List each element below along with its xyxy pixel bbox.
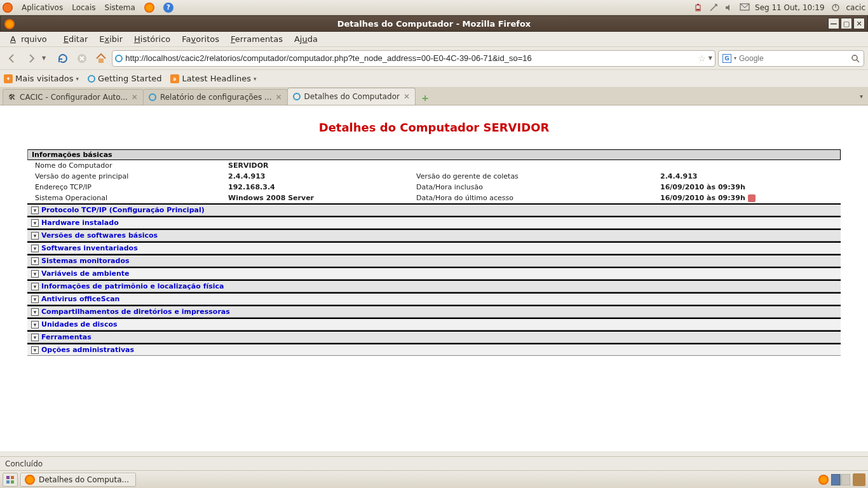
bookmark-star-icon[interactable]: ☆	[698, 53, 706, 64]
expander-row[interactable]: ▾Hardware instalado	[27, 216, 841, 229]
clock[interactable]: Seg 11 Out, 10:19	[755, 3, 824, 12]
tab-title: Detalhes do Computador	[304, 92, 400, 101]
rss-icon: ๑	[170, 74, 179, 83]
user-label[interactable]: cacic	[846, 3, 865, 12]
expander-row[interactable]: ▾Protocolo TCP/IP (Configuração Principa…	[27, 203, 841, 216]
network-icon[interactable]	[709, 3, 718, 12]
google-engine-icon[interactable]: G	[722, 54, 731, 63]
status-bar: Concluído	[0, 456, 868, 470]
workspace-switcher[interactable]	[831, 474, 850, 485]
label-endereco: Endereço TCP/IP	[27, 182, 224, 193]
tab-close-icon[interactable]: ✕	[403, 92, 410, 101]
expander-label: Variáveis de ambiente	[41, 269, 129, 278]
forward-button[interactable]	[23, 50, 39, 67]
most-visited-icon: ✦	[4, 74, 13, 83]
history-dropdown-icon[interactable]: ▼	[42, 55, 46, 61]
menu-arquivo[interactable]: Arquivo	[5, 33, 57, 45]
expander-label: Informações de patrimônio e localização …	[41, 282, 224, 290]
url-input[interactable]	[125, 53, 695, 63]
list-all-tabs-icon[interactable]: ▾	[860, 93, 863, 100]
back-button[interactable]	[4, 50, 20, 67]
tab-relatorio[interactable]: Relatório de configurações ... ✕	[143, 89, 288, 105]
url-bar[interactable]: ☆ ▼	[112, 50, 715, 67]
svg-rect-7	[98, 58, 104, 63]
tab-cacic-config[interactable]: 🛠 CACIC - Configurador Auto... ✕	[3, 89, 144, 105]
new-tab-button[interactable]: +	[417, 91, 433, 105]
ubuntu-logo-icon[interactable]	[3, 3, 13, 13]
window-minimize-button[interactable]: —	[828, 18, 839, 29]
section-basic-info: Informações básicas	[27, 149, 841, 160]
expander-row[interactable]: ▾Opções administrativas	[27, 343, 841, 356]
gnome-menu-applications[interactable]: Aplicativos	[22, 3, 63, 12]
value-data-acesso: 16/09/2010 às 09:39h	[656, 193, 841, 203]
expand-icon: ▾	[31, 295, 39, 303]
volume-icon[interactable]	[724, 3, 733, 12]
site-identity-icon[interactable]	[115, 55, 123, 62]
taskbar-firefox-button[interactable]: Detalhes do Computa...	[20, 473, 136, 487]
task-title: Detalhes do Computa...	[39, 475, 129, 484]
svg-rect-13	[11, 480, 14, 484]
expand-icon: ▾	[31, 283, 39, 290]
expand-icon: ▾	[31, 207, 39, 214]
page-heading: Detalhes do Computador SERVIDOR	[0, 121, 868, 134]
bookmark-favicon-icon	[88, 75, 95, 83]
getting-started-bookmark[interactable]: Getting Started	[88, 74, 162, 83]
tab-favicon-icon	[293, 93, 301, 100]
tab-favicon-icon: 🛠	[8, 93, 16, 102]
help-launcher-icon[interactable]: ?	[163, 3, 173, 13]
expander-row[interactable]: ▾Ferramentas	[27, 330, 841, 343]
expander-row[interactable]: ▾Informações de patrimônio e localização…	[27, 280, 841, 292]
show-desktop-button[interactable]	[3, 473, 18, 487]
menu-ferramentas[interactable]: Ferramentas	[226, 33, 288, 45]
search-input[interactable]	[739, 54, 848, 63]
expander-row[interactable]: ▾Sistemas monitorados	[27, 254, 841, 267]
menu-editar[interactable]: Editar	[58, 33, 93, 45]
expand-icon: ▾	[31, 232, 39, 240]
engine-dropdown-icon[interactable]: ▾	[734, 55, 736, 61]
value-data-inclusao: 16/09/2010 às 09:39h	[656, 182, 841, 193]
value-versao-gerente: 2.4.4.913	[656, 171, 841, 182]
expander-row[interactable]: ▾Versões de softwares básicos	[27, 229, 841, 241]
label-versao-gerente: Versão do gerente de coletas	[409, 171, 656, 182]
expander-row[interactable]: ▾Unidades de discos	[27, 318, 841, 330]
home-button[interactable]	[93, 50, 109, 67]
svg-point-8	[852, 55, 857, 60]
trash-icon[interactable]	[853, 473, 865, 486]
firefox-launcher-icon[interactable]	[144, 3, 154, 13]
power-icon[interactable]	[831, 3, 840, 12]
gnome-menu-system[interactable]: Sistema	[105, 3, 135, 12]
stop-button[interactable]	[74, 50, 90, 67]
tab-close-icon[interactable]: ✕	[276, 93, 282, 102]
svg-rect-15	[841, 474, 850, 485]
tab-detalhes[interactable]: Detalhes do Computador ✕	[287, 88, 416, 105]
value-endereco: 192.168.3.4	[224, 182, 409, 193]
svg-rect-11	[11, 476, 14, 479]
most-visited-button[interactable]: ✦Mais visitados▾	[4, 74, 79, 83]
reload-button[interactable]	[55, 50, 71, 67]
expander-row[interactable]: ▾Softwares inventariados	[27, 241, 841, 254]
nav-toolbar: ▼ ☆ ▼ G ▾	[0, 47, 868, 70]
menu-ajuda[interactable]: Ajuda	[289, 33, 323, 45]
search-go-icon[interactable]	[851, 54, 860, 63]
window-titlebar: Detalhes do Computador - Mozilla Firefox…	[0, 15, 868, 32]
expander-row[interactable]: ▾Compartilhamentos de diretórios e impre…	[27, 305, 841, 318]
expander-label: Softwares inventariados	[41, 244, 138, 252]
latest-headlines-button[interactable]: ๑Latest Headlines▾	[170, 74, 256, 83]
search-box[interactable]: G ▾	[718, 50, 864, 67]
mail-icon[interactable]	[740, 3, 749, 12]
label-data-acesso: Data/Hora do último acesso	[409, 193, 656, 203]
expander-row[interactable]: ▾Variáveis de ambiente	[27, 267, 841, 280]
menu-exibir[interactable]: Exibir	[94, 33, 128, 45]
tray-firefox-icon[interactable]	[818, 475, 829, 485]
window-maximize-button[interactable]: ▢	[841, 18, 852, 29]
expander-row[interactable]: ▾Antivirus officeScan	[27, 292, 841, 305]
url-dropdown-icon[interactable]: ▼	[709, 55, 712, 61]
tab-close-icon[interactable]: ✕	[132, 93, 138, 102]
battery-icon[interactable]	[694, 3, 703, 12]
gnome-panel: Aplicativos Locais Sistema ? Seg 11 Out,…	[0, 0, 868, 15]
menu-historico[interactable]: Histórico	[129, 33, 175, 45]
expand-icon: ▾	[31, 245, 39, 252]
window-close-button[interactable]: ✕	[853, 18, 865, 29]
gnome-menu-places[interactable]: Locais	[72, 3, 95, 12]
menu-favoritos[interactable]: Favoritos	[177, 33, 224, 45]
